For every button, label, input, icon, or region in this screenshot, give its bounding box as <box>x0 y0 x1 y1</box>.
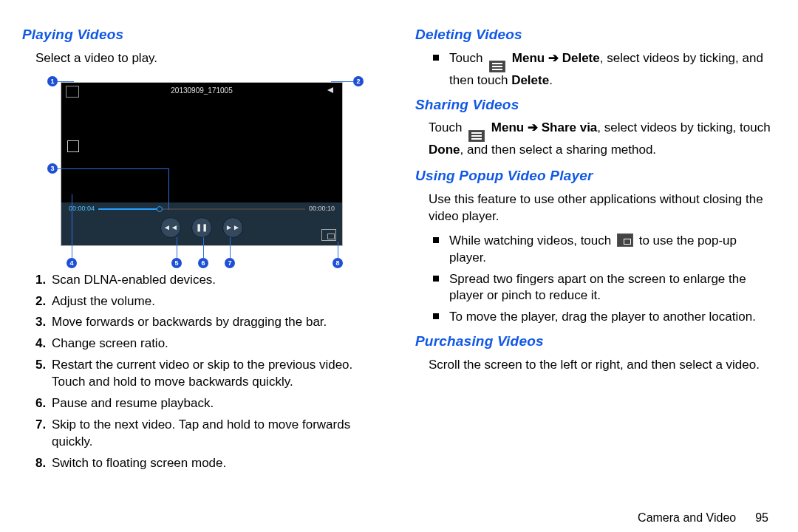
callout-7: 7 <box>225 258 235 268</box>
lead-5 <box>177 237 177 258</box>
popup-player-icon <box>617 233 633 247</box>
callout-3: 3 <box>47 163 58 174</box>
page: Playing Videos Select a video to play. 1… <box>0 0 798 510</box>
heading-playing-videos: Playing Videos <box>22 25 383 44</box>
lead-8 <box>338 242 338 258</box>
callout-2: 2 <box>353 76 364 86</box>
text: Touch <box>449 51 482 65</box>
popup-bullet-1: While watching videos, touch to use the … <box>430 233 776 267</box>
popup-bullet-3: To move the player, drag the player to a… <box>430 309 776 326</box>
page-number: 95 <box>755 510 768 526</box>
text: Touch <box>429 120 462 134</box>
lead-3v <box>168 168 169 210</box>
screen-ratio-icon <box>67 140 79 152</box>
callout-6: 6 <box>198 258 208 268</box>
lead-2 <box>331 81 353 82</box>
volume-icon <box>327 86 338 95</box>
dlna-icon <box>66 86 79 98</box>
list-item: Adjust the volume. <box>35 293 383 310</box>
video-diagram: 1 2 3 4 5 6 7 8 20130909_171005 <box>50 75 361 263</box>
done-label: Done <box>429 143 460 157</box>
list-item: Move forwards or backwards by dragging t… <box>35 314 383 331</box>
pause-icon: ❚❚ <box>191 217 212 238</box>
heading-popup-player: Using Popup Video Player <box>415 166 776 185</box>
left-column: Playing Videos Select a video to play. 1… <box>22 22 399 502</box>
popup-intro: Use this feature to use other applicatio… <box>429 191 776 225</box>
lead-1 <box>58 81 74 82</box>
time-elapsed: 00:00:04 <box>69 204 95 213</box>
video-player-mock: 20130909_171005 00:00:04 00:00:10 ◄◄ ❚❚ … <box>61 82 343 246</box>
lead-3h <box>58 168 168 169</box>
lead-6 <box>203 237 204 258</box>
video-title: 20130909_171005 <box>171 86 232 96</box>
popup-bullet-2: Spread two fingers apart on the screen t… <box>430 271 776 305</box>
purchasing-para: Scroll the screen to the left or right, … <box>429 357 776 374</box>
deleting-bullets: Touch Menu ➔ Delete, select videos by ti… <box>430 50 776 89</box>
callout-4: 4 <box>66 258 77 268</box>
text: While watching videos, touch <box>449 233 611 248</box>
heading-sharing-videos: Sharing Videos <box>415 95 776 115</box>
chapter-name: Camera and Video <box>638 510 736 526</box>
video-surface <box>61 99 342 202</box>
seek-bar <box>98 208 305 210</box>
video-controls-bar: 00:00:04 00:00:10 ◄◄ ❚❚ ►► <box>61 202 342 245</box>
arrow-icon: ➔ <box>528 120 538 134</box>
heading-deleting-videos: Deleting Videos <box>415 25 776 44</box>
list-item: Skip to the next video. Tap and hold to … <box>35 417 383 451</box>
menu-icon <box>468 130 485 142</box>
playing-numbered-list: Scan DLNA-enabled devices. Adjust the vo… <box>35 272 383 472</box>
share-via-label: Share via <box>542 120 598 134</box>
delete-label: Delete <box>562 51 600 65</box>
footer: Camera and Video 95 <box>0 510 798 526</box>
list-item: Switch to floating screen mode. <box>35 455 383 472</box>
lead-4 <box>72 194 72 258</box>
menu-label: Menu <box>491 120 524 134</box>
callout-5: 5 <box>171 258 182 268</box>
time-total: 00:00:10 <box>309 204 335 213</box>
deleting-bullet: Touch Menu ➔ Delete, select videos by ti… <box>430 50 776 89</box>
float-mode-icon <box>321 229 336 241</box>
play-controls: ◄◄ ❚❚ ►► <box>61 217 342 238</box>
playing-intro: Select a video to play. <box>35 50 383 67</box>
menu-label: Menu <box>512 51 545 65</box>
next-icon: ►► <box>222 217 243 238</box>
right-column: Deleting Videos Touch Menu ➔ Delete, sel… <box>399 22 776 502</box>
callout-1: 1 <box>47 76 58 86</box>
prev-icon: ◄◄ <box>160 217 181 238</box>
list-item: Change screen ratio. <box>35 335 383 352</box>
arrow-icon: ➔ <box>548 51 559 65</box>
text: , select videos by ticking, touch <box>597 120 770 134</box>
list-item: Pause and resume playback. <box>35 395 383 412</box>
text: , and then select a sharing method. <box>460 143 657 157</box>
video-top-bar: 20130909_171005 <box>61 83 342 99</box>
heading-purchasing-videos: Purchasing Videos <box>415 332 776 351</box>
menu-icon <box>489 61 505 72</box>
popup-bullets: While watching videos, touch to use the … <box>430 233 776 327</box>
callout-8: 8 <box>332 258 343 268</box>
sharing-para: Touch Menu ➔ Share via, select videos by… <box>429 120 776 159</box>
list-item: Restart the current video or skip to the… <box>35 357 383 391</box>
lead-7 <box>230 237 231 258</box>
list-item: Scan DLNA-enabled devices. <box>35 272 383 289</box>
delete-label-2: Delete <box>511 73 549 87</box>
